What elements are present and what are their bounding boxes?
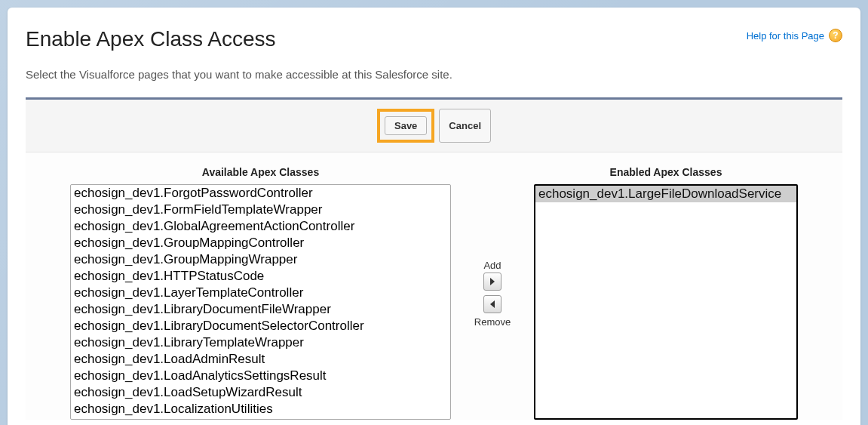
list-item[interactable]: echosign_dev1.ForgotPasswordController: [71, 185, 450, 202]
available-listbox[interactable]: echosign_dev1.ForgotPasswordControllerec…: [70, 184, 451, 420]
chevron-right-icon: [489, 278, 495, 285]
list-item[interactable]: echosign_dev1.LibraryDocumentSelectorCon…: [71, 318, 450, 334]
available-column: Available Apex Classes echosign_dev1.For…: [70, 166, 451, 420]
help-link-label: Help for this Page: [747, 30, 824, 42]
page-title: Enable Apex Class Access: [26, 27, 276, 51]
list-item[interactable]: echosign_dev1.LocalizationUtilities: [71, 401, 450, 417]
enabled-label: Enabled Apex Classes: [610, 166, 722, 178]
list-item[interactable]: echosign_dev1.GroupMappingController: [71, 235, 450, 251]
page-container: Enable Apex Class Access Help for this P…: [8, 8, 860, 425]
list-item[interactable]: echosign_dev1.LoadAnalyticsSettingsResul…: [71, 368, 450, 384]
list-item[interactable]: echosign_dev1.GlobalAgreementActionContr…: [71, 218, 450, 235]
list-item[interactable]: echosign_dev1.LibraryDocumentFileWrapper: [71, 301, 450, 318]
list-item[interactable]: echosign_dev1.HTTPStatusCode: [71, 268, 450, 285]
page-description: Select the Visualforce pages that you wa…: [26, 68, 842, 81]
add-label: Add: [483, 260, 501, 271]
list-item[interactable]: echosign_dev1.LargeFileDownloadService: [535, 186, 796, 202]
enabled-column: Enabled Apex Classes echosign_dev1.Large…: [534, 166, 798, 420]
available-label: Available Apex Classes: [202, 166, 319, 178]
transfer-controls: Add Remove: [466, 166, 519, 420]
save-button[interactable]: Save: [385, 116, 427, 135]
cancel-button[interactable]: Cancel: [439, 109, 491, 143]
header-row: Enable Apex Class Access Help for this P…: [26, 21, 842, 60]
list-item[interactable]: echosign_dev1.LoadSetupWizardResult: [71, 384, 450, 401]
list-item[interactable]: echosign_dev1.LoadAdminResult: [71, 351, 450, 368]
remove-label: Remove: [474, 316, 511, 328]
chevron-left-icon: [489, 300, 495, 308]
list-item[interactable]: echosign_dev1.LayerTemplateController: [71, 285, 450, 301]
list-item[interactable]: echosign_dev1.GroupMappingWrapper: [71, 251, 450, 268]
dual-listbox: Available Apex Classes echosign_dev1.For…: [26, 152, 842, 420]
form-panel: Save Cancel Available Apex Classes echos…: [26, 97, 842, 420]
button-row: Save Cancel: [26, 100, 842, 152]
help-icon: ?: [829, 29, 842, 42]
list-item[interactable]: echosign_dev1.LibraryTemplateWrapper: [71, 334, 450, 351]
list-item[interactable]: echosign_dev1.FormFieldTemplateWrapper: [71, 202, 450, 218]
enabled-listbox[interactable]: echosign_dev1.LargeFileDownloadService: [534, 184, 798, 420]
save-highlight: Save: [377, 109, 434, 143]
help-link[interactable]: Help for this Page ?: [747, 21, 842, 42]
add-button[interactable]: [483, 273, 501, 291]
remove-button[interactable]: [483, 295, 501, 313]
